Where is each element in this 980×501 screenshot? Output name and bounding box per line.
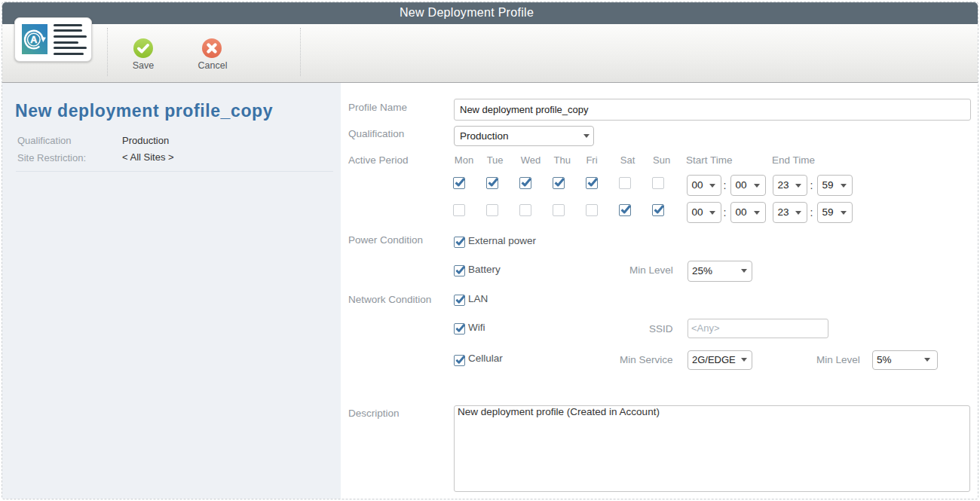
svg-text:A: A (30, 35, 37, 45)
